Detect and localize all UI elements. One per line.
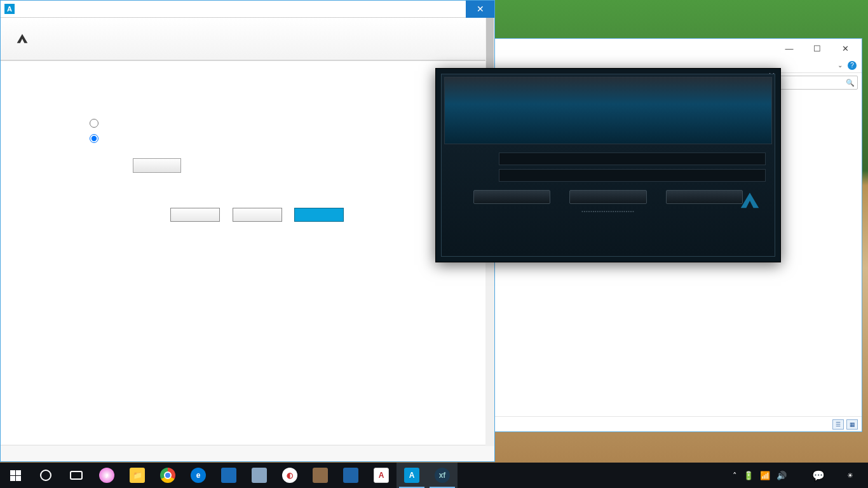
titlebar: A ✕: [1, 1, 494, 18]
content-area: [1, 61, 494, 445]
taskbar-app2[interactable]: [244, 463, 275, 488]
xforce-activation-row: [442, 167, 775, 184]
task-view-icon: [70, 471, 83, 480]
close-button[interactable]: ✕: [466, 1, 494, 18]
brightness-icon[interactable]: ☀: [837, 463, 863, 488]
clear-all-button[interactable]: [133, 158, 181, 173]
cortana-button[interactable]: [31, 463, 61, 488]
wifi-icon[interactable]: 📶: [760, 471, 770, 480]
taskbar-app5[interactable]: [336, 463, 366, 488]
autocad-icon: A: [374, 468, 389, 483]
patch-button[interactable]: [473, 190, 550, 204]
xforce-keygen-window: ✕ ▪▪▪▪▪▪▪▪▪▪▪▪▪▪▪▪▪▪▪▪▪▪▪▪: [435, 68, 781, 262]
taskbar-app4[interactable]: [305, 463, 336, 488]
taskbar-app3[interactable]: ◐: [275, 463, 305, 488]
autodesk-icon: A: [404, 468, 419, 483]
xforce-buttons: [442, 190, 775, 204]
footer: [1, 445, 494, 461]
chrome-icon: [160, 468, 175, 483]
autodesk-glyph-icon: [16, 32, 29, 45]
xforce-banner: [444, 77, 772, 144]
app-icon: [252, 468, 267, 483]
windows-logo-icon: [10, 470, 21, 481]
xforce-activation-field[interactable]: [499, 169, 766, 182]
app-icon: ◐: [282, 468, 297, 483]
tray-up-icon[interactable]: ˄: [733, 471, 737, 480]
taskbar-autodesk-licensing[interactable]: A: [397, 463, 427, 488]
close-button-nav[interactable]: [233, 208, 282, 222]
help-icon[interactable]: ?: [848, 61, 857, 70]
taskbar-app1[interactable]: [214, 463, 244, 488]
battery-icon[interactable]: 🔋: [743, 471, 754, 480]
brand-header: [1, 18, 494, 61]
search-icon: 🔍: [846, 79, 855, 87]
volume-icon[interactable]: 🔊: [776, 471, 787, 480]
view-details-icon[interactable]: ☰: [832, 419, 844, 430]
quit-button[interactable]: [666, 190, 743, 204]
close-button[interactable]: ✕: [831, 41, 859, 55]
nav-buttons: [58, 208, 456, 222]
explorer-statusbar: ☰ ▦: [472, 416, 862, 431]
taskbar-itunes[interactable]: ♪: [92, 463, 122, 488]
taskbar-autocad[interactable]: A: [366, 463, 397, 488]
explorer-titlebar: — ☐ ✕: [472, 39, 862, 58]
back-button[interactable]: [170, 208, 220, 222]
autodesk-logo-icon: [739, 190, 761, 212]
xforce-dots: ▪▪▪▪▪▪▪▪▪▪▪▪▪▪▪▪▪▪▪▪▪▪▪▪: [442, 209, 775, 214]
system-tray: ˄ 🔋 📶 🔊 💬 ☀: [728, 463, 868, 488]
app-icon: [343, 468, 358, 483]
cortana-icon: [40, 470, 51, 481]
edge-icon: e: [191, 468, 206, 483]
xforce-inner: ▪▪▪▪▪▪▪▪▪▪▪▪▪▪▪▪▪▪▪▪▪▪▪▪: [441, 74, 775, 257]
task-view-button[interactable]: [61, 463, 92, 488]
taskbar-chrome[interactable]: [153, 463, 183, 488]
xforce-icon: xf: [435, 468, 450, 483]
start-button[interactable]: [0, 463, 31, 488]
folder-icon: 📁: [130, 468, 145, 483]
xforce-request-field[interactable]: [499, 152, 766, 165]
generate-button[interactable]: [569, 190, 646, 204]
minimize-button[interactable]: —: [775, 41, 803, 55]
radio-connect-now[interactable]: [90, 119, 456, 128]
radio-have-code[interactable]: [90, 134, 456, 143]
radio-havecode-input[interactable]: [90, 134, 98, 143]
app-icon: [221, 468, 236, 483]
taskbar: ♪ 📁 e ◐ A A xf ˄ 🔋 📶 🔊 💬 ☀: [0, 463, 868, 488]
explorer-window-controls: — ☐ ✕: [775, 41, 859, 55]
view-icons-icon[interactable]: ▦: [846, 419, 858, 430]
activation-code-grid: [90, 149, 456, 173]
maximize-button[interactable]: ☐: [803, 41, 831, 55]
ribbon-expand-icon[interactable]: ⌄: [837, 62, 843, 69]
next-button[interactable]: [294, 208, 344, 222]
taskbar-edge[interactable]: e: [183, 463, 214, 488]
product-info: [90, 102, 456, 107]
autodesk-licensing-window: A ✕: [0, 0, 495, 462]
xforce-request-row: [442, 151, 775, 167]
app-icon: [313, 468, 328, 483]
radio-connect-input[interactable]: [90, 119, 98, 128]
itunes-icon: ♪: [99, 468, 114, 483]
explorer-search-input[interactable]: 🔍: [775, 76, 858, 90]
autodesk-app-icon: A: [4, 4, 15, 14]
taskbar-explorer[interactable]: 📁: [122, 463, 153, 488]
notifications-icon[interactable]: 💬: [806, 463, 831, 488]
autodesk-logo: [16, 32, 32, 45]
taskbar-xforce[interactable]: xf: [427, 463, 458, 488]
